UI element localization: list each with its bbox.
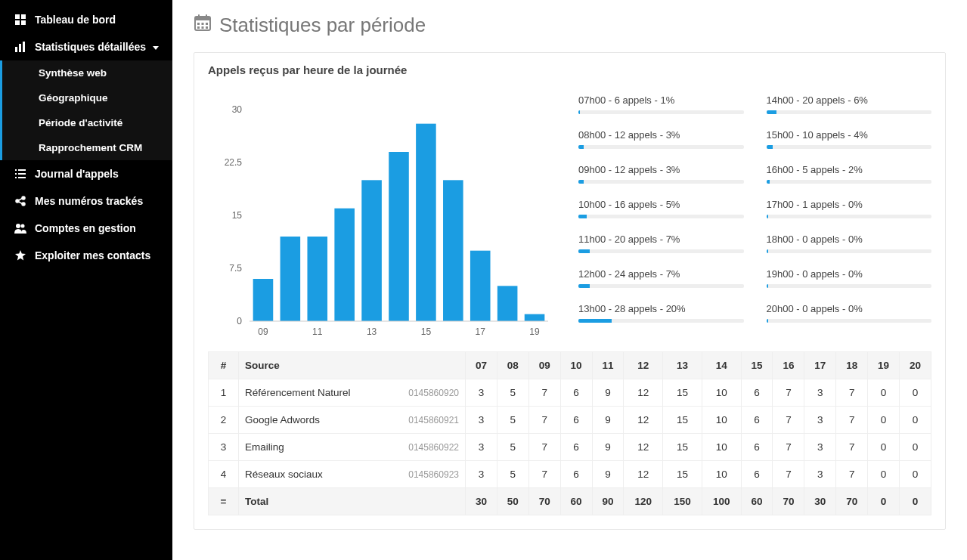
- hour-summary-label: 10h00 - 16 appels - 5%: [578, 199, 744, 210]
- sidebar-item-contacts[interactable]: Exploiter mes contacts: [0, 242, 172, 269]
- source-cell: Réseaux sociaux0145860923: [239, 461, 466, 488]
- source-name: Référencement Naturel: [245, 387, 351, 398]
- table-cell: 7: [773, 434, 804, 461]
- table-cell: 7: [528, 434, 560, 461]
- svg-rect-35: [253, 279, 274, 321]
- table-cell: 10: [702, 379, 741, 407]
- hour-summary-label: 13h00 - 28 appels - 20%: [578, 303, 744, 314]
- sidebar-item-rapprochement-crm[interactable]: Rapprochement CRM: [2, 135, 172, 160]
- stats-icon: [14, 42, 27, 52]
- sidebar-item-synthese-web[interactable]: Synthèse web: [2, 60, 172, 85]
- progress-fill: [578, 215, 587, 218]
- sidebar-item-label: Statistiques détaillées: [35, 41, 146, 53]
- table-header: 09: [528, 352, 560, 379]
- table-cell: 7: [528, 407, 560, 434]
- sidebar-submenu-stats: Synthèse web Géographique Période d'acti…: [0, 60, 172, 160]
- table-cell: 5: [497, 461, 528, 488]
- progress-fill: [578, 110, 580, 114]
- source-name: Emailing: [245, 441, 284, 453]
- table-row: 3Emailing014586092235769121510673700: [209, 434, 931, 461]
- table-cell: 7: [773, 379, 804, 407]
- table-cell: 0: [868, 461, 900, 488]
- progress-track: [767, 284, 932, 288]
- svg-text:0: 0: [237, 316, 242, 326]
- svg-rect-2: [15, 20, 20, 25]
- sidebar-item-geographique[interactable]: Géographique: [2, 85, 172, 110]
- table-cell: 9: [592, 461, 624, 488]
- table-cell: 9: [592, 379, 624, 407]
- svg-line-16: [19, 199, 23, 201]
- row-index: 2: [209, 407, 239, 434]
- table-cell: 12: [624, 407, 663, 434]
- progress-track: [578, 145, 744, 149]
- hour-summary-item: 08h00 - 12 appels - 3%: [578, 129, 744, 149]
- list-icon: [14, 169, 27, 179]
- progress-fill: [578, 180, 584, 184]
- table-header: 12: [624, 352, 663, 379]
- table-row: 4Réseaux sociaux014586092335769121510673…: [209, 461, 931, 488]
- hour-summary-item: 12h00 - 24 appels - 7%: [578, 268, 744, 288]
- stats-panel: Appels reçus par heure de la journée 07.…: [194, 52, 946, 530]
- progress-fill: [578, 319, 612, 323]
- sidebar-item-label: Mes numéros trackés: [35, 195, 143, 207]
- svg-text:15: 15: [421, 326, 432, 337]
- share-icon: [14, 196, 27, 206]
- sidebar-item-journal[interactable]: Journal d'appels: [0, 160, 172, 187]
- table-cell: 3: [466, 461, 497, 488]
- svg-rect-8: [18, 169, 26, 171]
- source-cell: Google Adwords0145860921: [239, 407, 466, 434]
- table-cell: 0: [900, 379, 931, 407]
- hour-summary-item: 18h00 - 0 appels - 0%: [767, 234, 932, 253]
- svg-rect-21: [195, 17, 210, 20]
- table-header: Source: [239, 352, 466, 379]
- table-cell: 10: [702, 461, 741, 488]
- table-cell: 6: [560, 461, 592, 488]
- hour-summary-item: 19h00 - 0 appels - 0%: [767, 268, 932, 288]
- table-header: 14: [702, 352, 741, 379]
- table-cell: 30: [466, 488, 497, 515]
- sidebar-item-accounts[interactable]: Comptes en gestion: [0, 215, 172, 242]
- hour-summary-label: 09h00 - 12 appels - 3%: [578, 164, 744, 175]
- progress-fill: [767, 319, 768, 323]
- progress-fill: [578, 145, 584, 149]
- svg-rect-4: [15, 47, 17, 52]
- table-row: 1Référencement Naturel014586092035769121…: [209, 379, 931, 407]
- table-total-row: =Total30507060901201501006070307000: [209, 488, 931, 515]
- progress-track: [578, 180, 744, 184]
- users-icon: [14, 223, 27, 234]
- sidebar-item-label: Exploiter mes contacts: [35, 249, 150, 261]
- source-cell: Emailing0145860922: [239, 434, 466, 461]
- source-name: Google Adwords: [245, 414, 320, 425]
- table-cell: 50: [497, 488, 528, 515]
- chevron-down-icon: [153, 41, 159, 53]
- progress-track: [767, 319, 932, 323]
- svg-text:09: 09: [258, 326, 268, 337]
- table-cell: 120: [624, 488, 663, 515]
- table-cell: 12: [624, 379, 663, 407]
- svg-rect-3: [21, 20, 26, 25]
- hour-summary-item: 14h00 - 20 appels - 6%: [767, 94, 932, 114]
- hour-summary-item: 20h00 - 0 appels - 0%: [767, 303, 932, 323]
- sidebar-item-periode-activite[interactable]: Période d'activité: [2, 110, 172, 135]
- hour-summary-item: 16h00 - 5 appels - 2%: [767, 164, 932, 184]
- sidebar-item-tracked-numbers[interactable]: Mes numéros trackés: [0, 187, 172, 215]
- sidebar: Tableau de bord Statistiques détaillées …: [0, 0, 172, 560]
- table-header: 07: [466, 352, 497, 379]
- progress-fill: [767, 215, 768, 218]
- hour-summary-label: 18h00 - 0 appels - 0%: [767, 234, 932, 245]
- table-cell: 90: [592, 488, 624, 515]
- svg-rect-7: [15, 169, 17, 171]
- row-index: =: [209, 488, 239, 515]
- table-cell: 0: [900, 461, 931, 488]
- table-header: 10: [560, 352, 592, 379]
- sidebar-item-dashboard[interactable]: Tableau de bord: [0, 6, 172, 33]
- svg-text:11: 11: [312, 326, 323, 337]
- page-title-text: Statistiques par période: [219, 14, 426, 37]
- table-cell: 6: [741, 379, 773, 407]
- sidebar-item-stats[interactable]: Statistiques détaillées: [0, 33, 172, 60]
- progress-track: [578, 284, 744, 288]
- sidebar-item-label: Comptes en gestion: [35, 222, 136, 234]
- svg-rect-10: [18, 173, 26, 175]
- table-cell: 15: [663, 461, 702, 488]
- hour-summary-label: 11h00 - 20 appels - 7%: [578, 234, 744, 245]
